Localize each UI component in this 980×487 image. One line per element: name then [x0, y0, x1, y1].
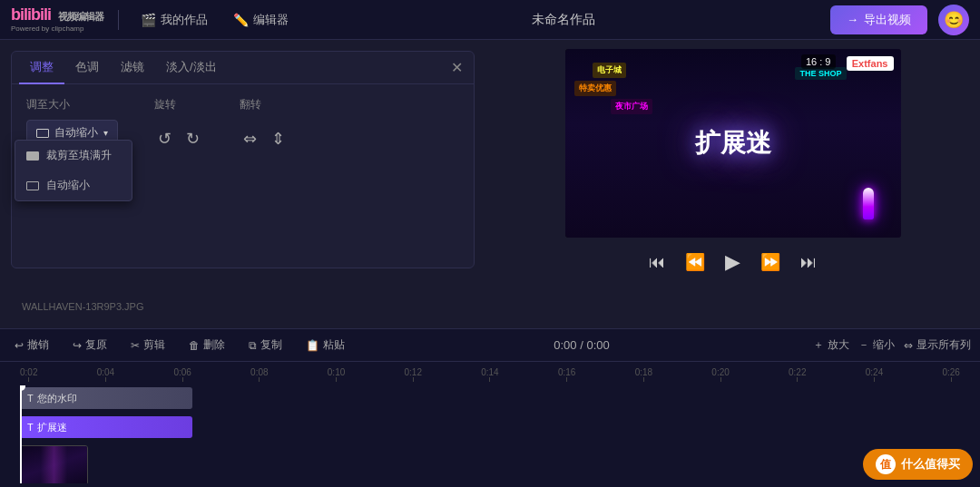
video-track-row: [20, 443, 980, 483]
cut-button[interactable]: ✂ 剪辑: [125, 335, 171, 356]
rewind-button[interactable]: ⏪: [681, 248, 709, 276]
nav-divider: [118, 10, 119, 30]
video-track-thumb[interactable]: [20, 445, 88, 483]
logo-main: bilibili 视频编辑器: [11, 6, 103, 23]
copy-icon: ⧉: [249, 339, 257, 352]
neon-sign-1: 电子城: [593, 63, 626, 78]
project-title: 未命名作品: [532, 12, 595, 28]
fast-forward-button[interactable]: ⏩: [757, 248, 784, 276]
skip-to-end-button[interactable]: ⏭: [797, 249, 820, 276]
text-track-row-2: T 扩展迷: [20, 414, 980, 440]
export-button[interactable]: → 导出视频: [830, 5, 927, 34]
panel-footer: WALLHAVEN-13R9P3.JPG: [22, 301, 144, 312]
video-overlay-text: 扩展迷: [695, 126, 771, 161]
flip-horizontal-button[interactable]: ⇔: [240, 127, 260, 151]
right-panel: 电子城 特卖优惠 THE SHOP 夜市广场 扩展迷 Extfans 16 : …: [485, 40, 980, 328]
ruler-mark-0:20: 0:20: [711, 367, 729, 382]
ratio-badge: 16 : 9: [801, 54, 836, 69]
resize-label: 调至大小: [26, 97, 118, 112]
copy-button[interactable]: ⧉ 复制: [243, 335, 288, 356]
nav-editor[interactable]: ✏️ 编辑器: [226, 8, 296, 32]
tab-fade[interactable]: 淡入/淡出: [155, 52, 228, 84]
main-area: 调整 色调 滤镜 淡入/淡出 ✕ 调至大小 自动缩小 ▾: [0, 40, 980, 328]
ruler-mark-0:14: 0:14: [481, 367, 498, 382]
ruler-mark-0:24: 0:24: [866, 367, 883, 382]
scissors-icon: ✂: [131, 339, 140, 352]
outline-icon: [26, 181, 39, 190]
flip-vertical-button[interactable]: ⇕: [268, 127, 289, 151]
panel-header: 调整 色调 滤镜 淡入/淡出 ✕: [12, 52, 474, 84]
left-panel: 调整 色调 滤镜 淡入/淡出 ✕ 调至大小 自动缩小 ▾: [0, 40, 485, 328]
ruler-mark-0:18: 0:18: [635, 367, 652, 382]
topbar-center: 未命名作品: [307, 12, 819, 28]
controls-bar: ⏮ ⏪ ▶ ⏩ ⏭: [645, 247, 820, 278]
rotate-right-button[interactable]: ↻: [182, 127, 203, 151]
timeline-ruler: 0:02 0:04 0:06 0:08 0:10 0:12 0:14 0:16 …: [0, 362, 980, 382]
undo-button[interactable]: ↩ 撤销: [9, 335, 54, 356]
flip-label: 翻转: [240, 97, 289, 112]
timeline-right-controls: ＋ 放大 － 缩小 ⇔ 显示所有列: [813, 337, 971, 353]
neon-sign-4: 夜市广场: [611, 99, 652, 114]
video-preview: 电子城 特卖优惠 THE SHOP 夜市广场 扩展迷 Extfans 16 : …: [565, 49, 901, 238]
delete-button[interactable]: 🗑 删除: [183, 335, 230, 356]
resize-dropdown-menu: 裁剪至填满升 自动缩小: [15, 140, 132, 201]
video-thumbnail: [21, 446, 87, 483]
tab-color[interactable]: 色调: [64, 52, 110, 84]
rotate-icons: ↺ ↻: [154, 127, 203, 151]
logo: bilibili 视频编辑器 Powered by clipchamp: [11, 6, 103, 33]
paste-button[interactable]: 📋 粘贴: [300, 335, 350, 356]
tracks-content: T 您的水印 T 扩展迷: [20, 385, 980, 483]
text-track-2[interactable]: T 扩展迷: [20, 416, 192, 438]
ruler-mark-0:06: 0:06: [173, 367, 191, 382]
plus-icon: ＋: [813, 337, 824, 353]
playhead[interactable]: [20, 385, 22, 483]
resize-block: 调至大小 自动缩小 ▾: [26, 97, 118, 146]
panel-close-button[interactable]: ✕: [447, 55, 466, 80]
expand-icon: ⇔: [904, 339, 913, 352]
logo-sub: Powered by clipchamp: [11, 24, 83, 33]
ruler-mark-0:08: 0:08: [250, 367, 268, 382]
zoom-in-button[interactable]: ＋ 放大: [813, 337, 849, 353]
nav-my-works[interactable]: 🎬 我的作品: [133, 8, 215, 32]
undo-icon: ↩: [15, 339, 24, 352]
panel-body: 调至大小 自动缩小 ▾ 旋转 ↺ ↻: [12, 84, 474, 163]
play-button[interactable]: ▶: [721, 247, 744, 278]
fill-icon: [26, 151, 39, 161]
watermark-dot: 值: [876, 454, 896, 474]
redo-button[interactable]: ↪ 复原: [67, 335, 113, 356]
track-labels: [0, 385, 20, 483]
flip-block: 翻转 ⇔ ⇕: [240, 97, 289, 151]
redo-icon: ↪: [73, 339, 82, 352]
trash-icon: 🗑: [189, 339, 200, 352]
video-placeholder: 电子城 特卖优惠 THE SHOP 夜市广场 扩展迷: [565, 49, 901, 238]
chevron-down-icon: ▾: [103, 128, 108, 138]
rotate-label: 旋转: [154, 97, 203, 112]
avatar[interactable]: 😊: [938, 5, 969, 35]
edit-icon: ✏️: [233, 13, 249, 27]
paste-icon: 📋: [306, 339, 319, 352]
timeline-area: ↩ 撤销 ↪ 复原 ✂ 剪辑 🗑 删除 ⧉ 复制 📋 粘贴 0:00 / 0:0…: [0, 328, 980, 487]
rect-icon: [36, 129, 49, 138]
tab-filter[interactable]: 滤镜: [110, 52, 155, 84]
show-all-button[interactable]: ⇔ 显示所有列: [904, 337, 971, 353]
dropdown-item-auto[interactable]: 自动缩小: [15, 170, 132, 200]
rotate-left-button[interactable]: ↺: [154, 127, 175, 151]
watermark: 值 什么值得买: [863, 449, 973, 480]
text-track-1[interactable]: T 您的水印: [20, 387, 192, 409]
text-track-row-1: T 您的水印: [20, 385, 980, 411]
timeline-toolbar: ↩ 撤销 ↪ 复原 ✂ 剪辑 🗑 删除 ⧉ 复制 📋 粘贴 0:00 / 0:0…: [0, 329, 980, 362]
dropdown-item-fill[interactable]: 裁剪至填满升: [15, 141, 132, 170]
zoom-out-button[interactable]: － 缩小: [858, 337, 895, 353]
rotate-block: 旋转 ↺ ↻: [154, 97, 203, 151]
export-arrow-icon: →: [847, 13, 858, 26]
ruler-marks: 0:02 0:04 0:06 0:08 0:10 0:12 0:14 0:16 …: [20, 367, 960, 382]
tab-adjust[interactable]: 调整: [19, 52, 64, 84]
ruler-mark-0:04: 0:04: [97, 367, 114, 382]
neon-sign-3: THE SHOP: [795, 67, 846, 80]
ruler-mark-0:10: 0:10: [328, 367, 345, 382]
ruler-mark-0:26: 0:26: [942, 367, 959, 382]
flip-icons: ⇔ ⇕: [240, 127, 289, 151]
skip-to-start-button[interactable]: ⏮: [645, 249, 669, 276]
minus-icon: －: [858, 337, 869, 353]
ruler-mark-0:12: 0:12: [405, 367, 422, 382]
